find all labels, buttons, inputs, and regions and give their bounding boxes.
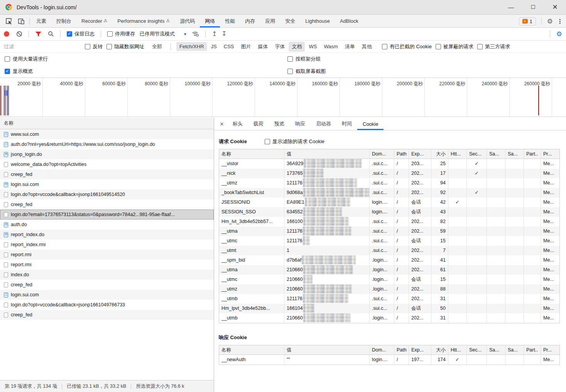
column-header[interactable]: 名称 — [219, 345, 284, 355]
requests-column-header[interactable]: 名称 — [0, 118, 214, 129]
cookie-row[interactable]: __nick173765.sui.c.../202...17✓Me... — [219, 169, 559, 178]
filter-type-manifest[interactable]: 清单 — [342, 42, 358, 52]
request-row[interactable]: index.do — [0, 270, 214, 280]
request-row[interactable]: creep_fed — [0, 280, 214, 290]
group-by-frame-checkbox[interactable] — [287, 56, 293, 62]
close-detail-icon[interactable]: ✕ — [216, 118, 227, 130]
request-row[interactable]: login.sui.com — [0, 179, 214, 189]
capture-screenshots-toggle[interactable]: 截取屏幕截图 — [287, 68, 326, 75]
request-row[interactable]: report_index.do — [0, 230, 214, 240]
column-header[interactable]: Exp... — [409, 345, 431, 355]
minimize-button[interactable]: — — [500, 0, 522, 15]
cookie-row[interactable]: _bookTabSwitchList9d068a.sui.c.../202...… — [219, 188, 559, 198]
clear-icon[interactable] — [16, 31, 22, 37]
detail-tab-payload[interactable]: 载荷 — [248, 118, 269, 130]
column-header[interactable]: Sec... — [467, 345, 487, 355]
request-row[interactable]: report_index.rmi — [0, 240, 214, 250]
filter-type-ws[interactable]: WS — [306, 42, 320, 51]
column-header[interactable]: Sa... — [505, 149, 524, 159]
cookie-row[interactable]: __utmb121176.sui.c.../202...31Me... — [219, 294, 559, 304]
third-party-checkbox[interactable] — [477, 44, 483, 49]
tab-application[interactable]: 应用 — [260, 15, 280, 27]
show-overview-toggle[interactable]: 显示概览 — [0, 68, 287, 75]
filter-type-css[interactable]: CSS — [221, 42, 237, 51]
show-filtered-cookies-toggle[interactable]: 显示滤除的请求 Cookie — [265, 138, 324, 145]
request-row[interactable]: login.do?email=17376573113&status=0&pass… — [0, 210, 214, 220]
maximize-button[interactable]: ☐ — [522, 0, 544, 15]
issues-badge[interactable]: ! 1 — [519, 17, 536, 25]
detail-tab-response[interactable]: 响应 — [290, 118, 311, 130]
tab-performance-insights[interactable]: Performance insights⚠ — [112, 15, 175, 27]
tab-elements[interactable]: 元素 — [31, 15, 51, 27]
cookie-row[interactable]: __utma210660.login.../202...61Me... — [219, 265, 559, 275]
tab-adblock[interactable]: AdBlock — [335, 15, 363, 27]
column-header[interactable]: Part.. — [524, 345, 541, 355]
request-row[interactable]: auth.do?nnl=yes&returnUrl=https://www.su… — [0, 139, 214, 149]
filter-funnel-icon[interactable] — [35, 31, 42, 37]
preserve-log-checkbox[interactable] — [67, 31, 72, 37]
request-row[interactable]: www.sui.com — [0, 129, 214, 139]
show-overview-checkbox[interactable] — [5, 69, 10, 74]
cookie-row[interactable]: __spm_bidd7b6af.login.../202...41Me... — [219, 255, 559, 265]
hide-data-urls-toggle[interactable]: 隐藏数据网址 — [106, 43, 144, 50]
filter-type-all[interactable]: 全部 — [149, 42, 165, 52]
tab-sources[interactable]: 源代码 — [175, 15, 200, 27]
detail-tab-initiator[interactable]: 启动器 — [311, 118, 336, 130]
group-by-frame-toggle[interactable]: 按框架分组 — [287, 56, 321, 63]
tab-performance[interactable]: 性能 — [220, 15, 240, 27]
filter-type-wasm[interactable]: Wasm — [321, 42, 341, 51]
request-row[interactable]: creep_fed — [0, 169, 214, 179]
column-header[interactable]: Part.. — [524, 149, 541, 159]
filter-type-js[interactable]: JS — [208, 42, 220, 51]
detail-tab-preview[interactable]: 预览 — [269, 118, 290, 130]
filter-type-font[interactable]: 字体 — [272, 42, 288, 52]
export-har-icon[interactable]: ↧ — [221, 31, 226, 37]
column-header[interactable]: 值 — [284, 345, 370, 355]
throttling-dropdown[interactable]: 已停用节流模式 ▼ — [140, 30, 187, 37]
column-header[interactable]: Dom... — [370, 345, 394, 355]
blocked-cookies-toggle[interactable]: 有已拦截的 Cookie — [382, 43, 432, 50]
request-row[interactable]: report.rmi — [0, 250, 214, 260]
request-row[interactable]: login.do?opt=vccode&callback=jsonp166104… — [0, 189, 214, 199]
record-button[interactable] — [4, 31, 9, 37]
detail-tab-timing[interactable]: 时间 — [336, 118, 357, 130]
tab-recorder[interactable]: Recorder⚠ — [76, 15, 112, 27]
settings-gear-icon[interactable]: ⚙ — [547, 18, 553, 25]
tab-network[interactable]: 网络 — [200, 15, 220, 27]
cookie-row[interactable]: __utmz121176.sui.c.../202...94Me... — [219, 178, 559, 188]
big-request-rows-toggle[interactable]: 使用大量请求行 — [0, 56, 287, 63]
close-button[interactable]: ✕ — [544, 0, 566, 15]
preserve-log-toggle[interactable]: 保留日志 — [67, 30, 95, 37]
column-header[interactable]: Sa... — [487, 345, 505, 355]
network-overview-timeline[interactable]: 20000 毫秒40000 毫秒60000 毫秒80000 毫秒100000 毫… — [0, 78, 566, 117]
show-filtered-cookies-checkbox[interactable] — [265, 139, 270, 144]
cookie-row[interactable]: __utmb210660.login.../202...31Me... — [219, 313, 559, 323]
filter-type-fetch-xhr[interactable]: Fetch/XHR — [176, 42, 207, 51]
more-options-icon[interactable]: ⋮ — [557, 18, 563, 25]
column-header[interactable]: Path — [394, 345, 409, 355]
request-row[interactable]: report.rmi — [0, 260, 214, 270]
search-icon[interactable] — [48, 31, 54, 37]
network-settings-gear-icon[interactable]: ⚙ — [556, 31, 562, 37]
filter-type-media[interactable]: 媒体 — [255, 42, 271, 52]
filter-type-doc[interactable]: 文档 — [289, 42, 305, 52]
hide-data-urls-checkbox[interactable] — [106, 44, 112, 49]
column-header[interactable]: Sec... — [467, 149, 487, 159]
cookie-row[interactable]: Hm_lvt_3db4e52bb57...166100.sui.c.../202… — [219, 217, 559, 226]
disable-cache-checkbox[interactable] — [107, 31, 113, 37]
cookie-row[interactable]: __newAuth""login..../197...174✓Me... — [219, 355, 559, 365]
tab-memory[interactable]: 内存 — [240, 15, 260, 27]
device-toolbar-icon[interactable] — [16, 16, 26, 26]
column-header[interactable]: Htt... — [448, 149, 467, 159]
column-header[interactable]: 名称 — [219, 149, 284, 159]
request-row[interactable]: login.do?opt=vccode&callback=jsonp166104… — [0, 300, 214, 310]
column-header[interactable]: 大小 — [431, 149, 448, 159]
inspect-element-icon[interactable] — [4, 16, 14, 26]
detail-tab-headers[interactable]: 标头 — [227, 118, 248, 130]
request-row[interactable]: welcome_data.do?opt=topActivities — [0, 159, 214, 169]
filter-type-img[interactable]: 图片 — [238, 42, 254, 52]
cookie-row[interactable]: SESSION_SSO634552login..../会话43Me... — [219, 207, 559, 217]
cookie-row[interactable]: JSESSIONIDEA89E1login..../会话42✓Me... — [219, 198, 559, 207]
invert-checkbox[interactable] — [85, 44, 90, 49]
cookie-row[interactable]: __vistor36A929.sui.c.../203...25✓Me... — [219, 159, 559, 169]
